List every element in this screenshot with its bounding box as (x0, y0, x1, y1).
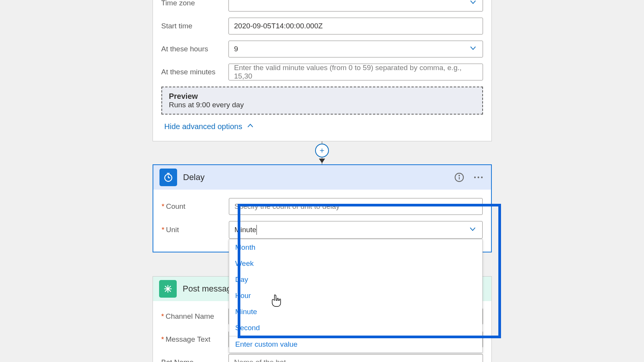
hide-advanced-label: Hide advanced options (164, 122, 242, 131)
preview-title: Preview (169, 92, 475, 101)
channel-label: Channel Name (161, 312, 228, 321)
slack-icon (159, 280, 177, 298)
unit-option-hour[interactable]: Hour (229, 288, 482, 304)
svg-point-10 (474, 177, 475, 178)
svg-point-11 (477, 177, 479, 178)
more-menu-button[interactable] (472, 171, 485, 184)
starttime-label: Start time (161, 22, 228, 30)
count-placeholder: Specify the count of unit to delay (235, 202, 340, 211)
svg-point-12 (481, 177, 482, 178)
delay-title: Delay (183, 172, 447, 182)
unit-option-custom[interactable]: Enter custom value (229, 336, 482, 352)
chevron-down-icon (469, 0, 477, 8)
unit-option-month[interactable]: Month (229, 239, 482, 256)
timezone-label: Time zone (161, 0, 228, 7)
hours-value: 9 (234, 45, 238, 53)
svg-point-9 (459, 175, 460, 176)
count-input[interactable]: Specify the count of unit to delay (229, 198, 483, 215)
unit-option-week[interactable]: Week (229, 256, 482, 272)
minutes-label: At these minutes (161, 68, 228, 76)
count-label: Count (162, 202, 229, 211)
unit-option-minute[interactable]: Minute (229, 304, 482, 320)
preview-text: Runs at 9:00 every day (169, 101, 475, 109)
chevron-down-icon (468, 225, 477, 235)
info-button[interactable] (453, 171, 466, 184)
delay-card: Delay Count Specify the count of unit to… (153, 164, 492, 252)
unit-select[interactable]: Minute (229, 221, 483, 239)
add-step-button[interactable] (315, 144, 329, 157)
hours-select[interactable]: 9 (228, 41, 483, 57)
hide-advanced-link[interactable]: Hide advanced options (153, 115, 491, 132)
preview-box: Preview Runs at 9:00 every day (161, 87, 483, 115)
minutes-placeholder: Enter the valid minute values (from 0 to… (234, 64, 477, 80)
unit-option-day[interactable]: Day (229, 272, 482, 288)
hours-label: At these hours (161, 45, 228, 53)
botname-input[interactable]: Name of the bot. (228, 354, 483, 362)
svg-marker-2 (319, 159, 325, 163)
chevron-down-icon (469, 44, 477, 54)
message-label: Message Text (161, 335, 228, 344)
chevron-up-icon (246, 121, 255, 132)
starttime-input[interactable]: 2020-09-05T14:00:00.000Z (228, 18, 483, 34)
arrow-down-icon (317, 158, 327, 166)
unit-option-second[interactable]: Second (229, 320, 482, 336)
unit-label: Unit (162, 226, 229, 234)
botname-placeholder: Name of the bot. (234, 358, 288, 362)
delay-icon (159, 169, 177, 186)
minutes-input[interactable]: Enter the valid minute values (from 0 to… (228, 64, 483, 80)
timezone-select[interactable] (228, 0, 483, 11)
botname-label: Bot Name (161, 358, 228, 362)
unit-dropdown: Month Week Day Hour Minute Second Enter … (229, 239, 483, 353)
cursor-pointer-icon (271, 294, 281, 307)
unit-value: Minute (235, 226, 256, 234)
flow-connector (153, 141, 492, 164)
starttime-value: 2020-09-05T14:00:00.000Z (234, 22, 323, 30)
